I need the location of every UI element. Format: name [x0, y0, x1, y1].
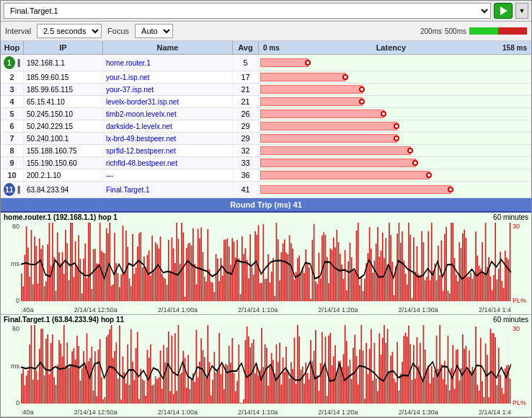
svg-rect-159: [280, 252, 282, 301]
svg-rect-450: [266, 347, 267, 404]
svg-rect-518: [377, 391, 378, 404]
hop-cell: 1▐: [1, 55, 24, 71]
svg-rect-169: [297, 258, 298, 301]
svg-rect-241: [414, 272, 416, 301]
svg-rect-486: [325, 337, 327, 404]
svg-rect-585: [487, 355, 488, 404]
svg-rect-493: [336, 371, 337, 404]
svg-rect-394: [174, 334, 176, 404]
svg-rect-530: [396, 342, 398, 404]
svg-rect-510: [364, 399, 365, 404]
play-button[interactable]: [494, 3, 513, 19]
y-label: ms: [11, 260, 19, 267]
svg-rect-283: [483, 273, 484, 301]
svg-rect-463: [287, 370, 288, 404]
svg-rect-537: [408, 326, 409, 404]
round-trip-row: Round Trip (ms) 41: [1, 198, 531, 213]
svg-rect-243: [418, 274, 420, 301]
ip-cell: 63.84.233.94: [24, 182, 103, 197]
svg-rect-219: [378, 257, 380, 301]
svg-rect-546: [423, 325, 425, 404]
svg-rect-402: [187, 355, 189, 404]
svg-rect-345: [94, 351, 96, 404]
svg-rect-7: [32, 285, 34, 301]
interval-label: Interval: [5, 27, 31, 35]
svg-rect-280: [479, 265, 480, 301]
chart-x-labels: :40a2/14/14 12:50a2/14/14 1:00a2/14/14 1…: [21, 306, 511, 314]
svg-rect-408: [198, 378, 199, 404]
svg-rect-220: [381, 250, 382, 301]
svg-rect-541: [414, 378, 416, 404]
svg-rect-444: [256, 364, 257, 404]
svg-rect-297: [506, 257, 507, 301]
th-ip: IP: [24, 41, 103, 54]
svg-rect-534: [403, 336, 404, 404]
svg-rect-581: [480, 338, 482, 404]
svg-rect-14: [44, 286, 45, 301]
ip-cell: 65.15.41.10: [24, 96, 103, 107]
svg-rect-404: [191, 379, 192, 404]
svg-rect-110: [200, 228, 202, 301]
ip-cell: 185.99.65.115: [24, 84, 103, 95]
svg-rect-170: [298, 255, 300, 301]
target-select[interactable]: Final.Target.1: [4, 3, 491, 19]
svg-rect-447: [261, 328, 262, 404]
svg-rect-335: [78, 346, 79, 404]
svg-rect-509: [363, 350, 364, 404]
svg-rect-295: [503, 288, 505, 301]
svg-rect-160: [283, 244, 284, 301]
svg-rect-389: [167, 347, 168, 404]
svg-rect-431: [235, 391, 236, 404]
hop-cell: 2: [1, 71, 24, 83]
latency-cell: [259, 71, 531, 83]
svg-rect-124: [223, 240, 225, 301]
svg-rect-79: [150, 276, 151, 301]
svg-rect-511: [365, 343, 367, 404]
svg-rect-592: [498, 347, 500, 404]
svg-rect-519: [378, 333, 380, 404]
svg-rect-473: [303, 383, 305, 404]
svg-rect-303: [26, 375, 27, 404]
svg-rect-449: [265, 344, 266, 404]
chart-inner: [21, 223, 511, 301]
svg-rect-256: [439, 275, 440, 301]
svg-rect-244: [420, 277, 421, 301]
svg-rect-172: [302, 267, 303, 301]
svg-rect-453: [271, 353, 272, 404]
svg-rect-549: [427, 365, 429, 404]
svg-rect-517: [376, 378, 377, 404]
svg-rect-8: [34, 236, 35, 301]
svg-rect-376: [145, 396, 146, 404]
svg-rect-207: [359, 285, 360, 301]
table-row: 1▐192.168.1.1home.router.15: [1, 55, 531, 71]
svg-rect-566: [456, 350, 457, 404]
svg-rect-164: [289, 235, 291, 301]
svg-rect-552: [433, 378, 434, 404]
avg-cell: 36: [233, 169, 259, 181]
dropdown-arrow-button[interactable]: ▼: [515, 3, 528, 19]
svg-rect-384: [158, 378, 159, 404]
svg-rect-560: [445, 385, 447, 404]
svg-rect-161: [284, 239, 285, 301]
latency-cell: [259, 84, 531, 95]
svg-rect-72: [138, 233, 140, 301]
svg-rect-76: [145, 267, 146, 301]
ip-cell: 50.240.229.15: [24, 120, 103, 132]
svg-rect-442: [253, 339, 254, 404]
avg-cell: 5: [233, 55, 259, 71]
name-cell: sprfld-12.bestpeer.net: [103, 145, 233, 156]
svg-rect-63: [124, 272, 125, 301]
hop-cell: 10: [1, 169, 24, 181]
svg-rect-216: [374, 260, 376, 301]
svg-rect-55: [111, 285, 112, 301]
svg-rect-575: [470, 371, 471, 404]
svg-rect-504: [354, 334, 355, 404]
ip-cell: 192.168.1.1: [24, 55, 103, 71]
svg-rect-472: [302, 366, 303, 404]
svg-rect-480: [315, 330, 316, 404]
svg-rect-70: [136, 268, 137, 301]
focus-select[interactable]: Auto: [135, 24, 173, 38]
svg-rect-6: [31, 230, 32, 301]
interval-select[interactable]: 2.5 seconds: [37, 24, 102, 38]
svg-rect-181: [316, 284, 318, 301]
